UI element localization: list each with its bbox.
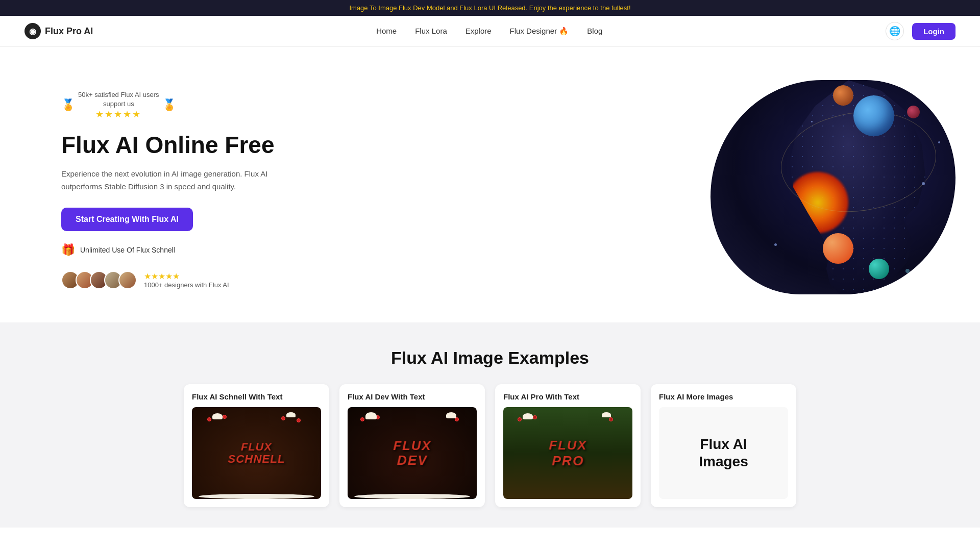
nav-blog[interactable]: Blog <box>587 27 602 35</box>
scatter-dot-5 <box>905 269 910 273</box>
scatter-dot-3 <box>774 243 777 246</box>
laurel-left-icon: 🏅 <box>61 98 75 112</box>
hero-badge: 🏅 50k+ satisfied Flux AI users support u… <box>61 90 276 120</box>
hero-section: 🏅 50k+ satisfied Flux AI users support u… <box>0 47 980 322</box>
berry-3 <box>297 418 301 422</box>
card-dev: Flux AI Dev With Text FLUX DEV <box>339 384 485 507</box>
card-more-image[interactable]: Flux AI Images <box>659 407 788 499</box>
nav-explore[interactable]: Explore <box>465 27 492 35</box>
planet-2 <box>833 85 853 106</box>
examples-grid: Flux AI Schnell With Text FLUX SCHNELL <box>184 384 796 507</box>
card-pro-image[interactable]: FLUX PRO <box>503 407 632 499</box>
scatter-dot-2 <box>938 141 940 143</box>
examples-title: Flux AI Image Examples <box>24 348 955 368</box>
plate-schnell <box>199 494 315 499</box>
nav-right: 🌐 Login <box>886 22 955 40</box>
card-more-title: Flux AI More Images <box>659 392 788 401</box>
berry-dev-1 <box>360 417 364 421</box>
card-dev-image[interactable]: FLUX DEV <box>348 407 477 499</box>
gift-icon: 🎁 <box>61 243 75 257</box>
card-schnell-title: Flux AI Schnell With Text <box>192 392 321 401</box>
main-nav: ◉ Flux Pro AI Home Flux Lora Explore Flu… <box>0 16 980 47</box>
unlimited-row: 🎁 Unlimited Use Of Flux Schnell <box>61 243 276 257</box>
logo-text: Flux Pro AI <box>45 26 93 37</box>
announcement-banner: Image To Image Flux Dev Model and Flux L… <box>0 0 980 16</box>
cream-2 <box>286 412 296 417</box>
cream-pro-1 <box>523 413 533 419</box>
proof-count: 1000+ designers with Flux AI <box>144 281 229 289</box>
nav-flux-lora[interactable]: Flux Lora <box>415 27 447 35</box>
card-schnell-image[interactable]: FLUX SCHNELL <box>192 407 321 499</box>
badge-stars: ★★★★★ <box>78 109 159 120</box>
planet-3 <box>907 106 920 118</box>
badge-text: 50k+ satisfied Flux AI users support us … <box>78 90 159 120</box>
card-more: Flux AI More Images Flux AI Images <box>651 384 796 507</box>
cream-dev-1 <box>365 412 377 419</box>
cream-1 <box>212 413 223 419</box>
examples-section: Flux AI Image Examples Flux AI Schnell W… <box>0 322 980 528</box>
cake-pro-text: FLUX PRO <box>548 438 587 469</box>
proof-stars: ★★★★★ <box>144 271 229 281</box>
berry-pro-1 <box>518 417 522 421</box>
hero-content: 🏅 50k+ satisfied Flux AI users support u… <box>61 90 276 289</box>
sphere-orange <box>823 233 853 264</box>
avatar-5 <box>118 271 137 289</box>
proof-text: ★★★★★ 1000+ designers with Flux AI <box>144 271 229 289</box>
avatars-group <box>61 271 137 289</box>
card-dev-title: Flux AI Dev With Text <box>348 392 477 401</box>
berry-1 <box>207 417 211 421</box>
berry-pro-3 <box>609 417 613 421</box>
sphere-teal <box>869 259 889 279</box>
planet-1 <box>853 95 894 136</box>
cosmic-background <box>710 80 955 294</box>
cream-dev-2 <box>446 412 456 418</box>
login-button[interactable]: Login <box>912 23 955 40</box>
scatter-dot-4 <box>811 121 813 122</box>
scatter-dot-1 <box>922 182 925 185</box>
nav-links: Home Flux Lora Explore Flux Designer 🔥 B… <box>376 27 602 36</box>
berry-4 <box>281 416 285 420</box>
more-images-text: Flux AI Images <box>699 436 748 470</box>
nav-flux-designer[interactable]: Flux Designer 🔥 <box>510 27 569 35</box>
hero-title: Flux AI Online Free <box>61 132 276 158</box>
plate-dev <box>354 494 471 499</box>
logo-link[interactable]: ◉ Flux Pro AI <box>24 23 93 39</box>
hero-image <box>690 80 955 299</box>
berry-pro-2 <box>533 415 537 419</box>
nav-home[interactable]: Home <box>376 27 397 35</box>
banner-text: Image To Image Flux Dev Model and Flux L… <box>349 4 630 12</box>
cake-dev-text: FLUX DEV <box>393 439 432 468</box>
cream-pro-2 <box>602 412 611 417</box>
unlimited-text: Unlimited Use Of Flux Schnell <box>80 246 175 254</box>
cake-schnell-text: FLUX SCHNELL <box>228 441 285 466</box>
card-pro-title: Flux AI Pro With Text <box>503 392 632 401</box>
card-schnell: Flux AI Schnell With Text FLUX SCHNELL <box>184 384 329 507</box>
laurel-right-icon: 🏅 <box>162 98 176 112</box>
berry-2 <box>223 415 227 419</box>
logo-icon: ◉ <box>24 23 41 39</box>
card-pro: Flux AI Pro With Text FLUX PRO <box>495 384 641 507</box>
cta-button[interactable]: Start Creating With Flux AI <box>61 208 193 231</box>
badge-users-line1: 50k+ satisfied Flux AI users support us <box>78 90 159 109</box>
language-button[interactable]: 🌐 <box>886 22 904 40</box>
hero-description: Experience the next evolution in AI imag… <box>61 167 276 193</box>
social-proof: ★★★★★ 1000+ designers with Flux AI <box>61 271 276 289</box>
